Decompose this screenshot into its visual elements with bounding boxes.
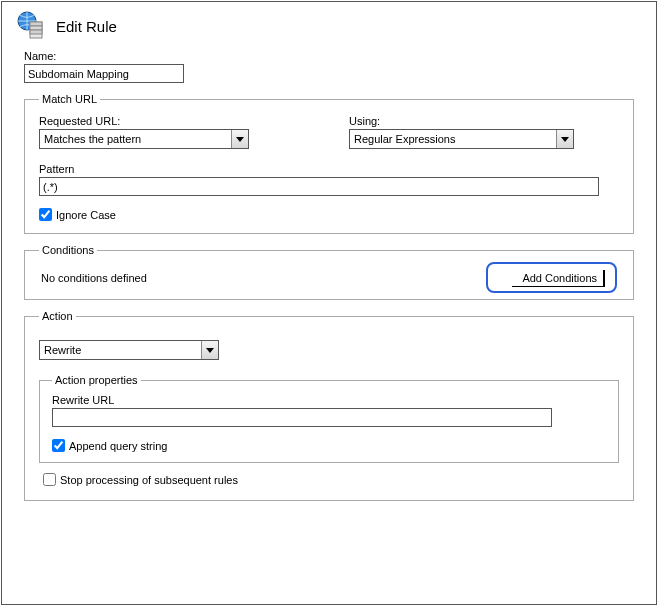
- requested-url-label: Requested URL:: [39, 115, 309, 127]
- svg-rect-2: [30, 22, 42, 26]
- action-properties-legend: Action properties: [52, 374, 141, 386]
- rewrite-url-label: Rewrite URL: [52, 394, 606, 406]
- conditions-empty-text: No conditions defined: [41, 272, 147, 284]
- using-select[interactable]: Regular Expressions: [349, 129, 574, 149]
- action-legend: Action: [39, 310, 76, 322]
- stop-processing-checkbox[interactable]: [43, 473, 56, 486]
- using-label: Using:: [349, 115, 619, 127]
- name-label: Name:: [24, 50, 634, 62]
- rewrite-url-input[interactable]: [52, 408, 552, 427]
- stop-processing-label[interactable]: Stop processing of subsequent rules: [60, 474, 238, 486]
- action-properties-group: Action properties Rewrite URL Append que…: [39, 374, 619, 463]
- dialog-title: Edit Rule: [56, 18, 117, 35]
- requested-url-select[interactable]: Matches the pattern: [39, 129, 249, 149]
- dialog-content: Name: Match URL Requested URL: Matches t…: [2, 46, 656, 519]
- server-globe-icon: [16, 10, 48, 42]
- chevron-down-icon: [201, 341, 218, 359]
- match-url-legend: Match URL: [39, 93, 100, 105]
- dialog-frame: Edit Rule Name: Match URL Requested URL:…: [1, 1, 657, 605]
- action-group: Action Rewrite Action properties Rewrite…: [24, 310, 634, 501]
- conditions-group: Conditions No conditions defined Add Con…: [24, 244, 634, 300]
- svg-rect-4: [30, 30, 42, 34]
- ignore-case-label[interactable]: Ignore Case: [56, 209, 116, 221]
- action-type-select[interactable]: Rewrite: [39, 340, 219, 360]
- conditions-legend: Conditions: [39, 244, 97, 256]
- name-input[interactable]: [24, 64, 184, 83]
- pattern-input[interactable]: [39, 177, 599, 196]
- match-url-group: Match URL Requested URL: Matches the pat…: [24, 93, 634, 234]
- pattern-label: Pattern: [39, 163, 619, 175]
- ignore-case-checkbox[interactable]: [39, 208, 52, 221]
- dialog-header: Edit Rule: [2, 2, 656, 46]
- svg-rect-3: [30, 26, 42, 30]
- add-conditions-button[interactable]: Add Conditions: [512, 270, 605, 287]
- chevron-down-icon: [231, 130, 248, 148]
- add-conditions-highlight: Add Conditions: [486, 262, 617, 293]
- append-query-string-checkbox[interactable]: [52, 439, 65, 452]
- append-query-string-label[interactable]: Append query string: [69, 440, 167, 452]
- chevron-down-icon: [556, 130, 573, 148]
